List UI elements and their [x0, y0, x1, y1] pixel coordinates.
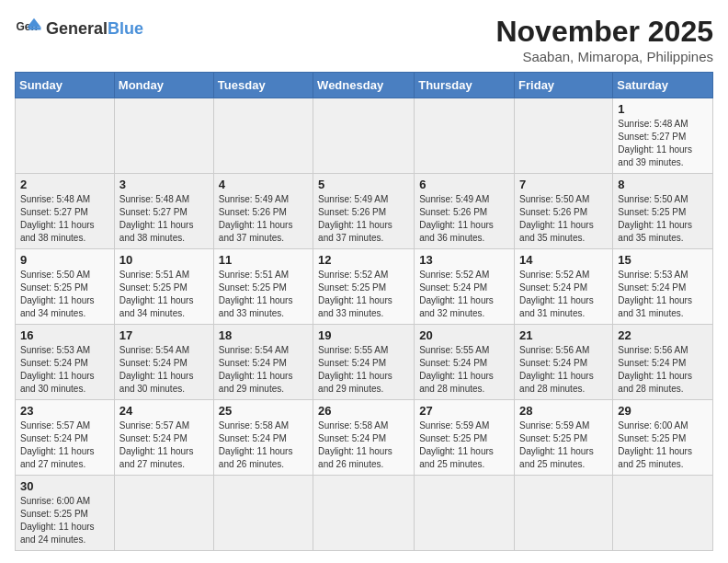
- day-info: Sunrise: 6:00 AM Sunset: 5:25 PM Dayligh…: [20, 495, 109, 546]
- day-number: 4: [219, 178, 308, 191]
- day-number: 15: [618, 253, 708, 267]
- calendar-cell: 12Sunrise: 5:52 AM Sunset: 5:25 PM Dayli…: [313, 249, 415, 325]
- location-subtitle: Saaban, Mimaropa, Philippines: [495, 49, 713, 64]
- day-info: Sunrise: 5:58 AM Sunset: 5:24 PM Dayligh…: [318, 419, 409, 471]
- day-info: Sunrise: 5:57 AM Sunset: 5:24 PM Dayligh…: [20, 419, 109, 471]
- day-number: 25: [219, 404, 308, 418]
- calendar-week-3: 9Sunrise: 5:50 AM Sunset: 5:25 PM Daylig…: [16, 249, 713, 325]
- day-number: 3: [119, 178, 209, 191]
- calendar-cell: [515, 476, 613, 551]
- day-number: 6: [419, 178, 509, 191]
- day-info: Sunrise: 5:53 AM Sunset: 5:24 PM Dayligh…: [20, 344, 109, 396]
- day-info: Sunrise: 5:50 AM Sunset: 5:25 PM Dayligh…: [20, 269, 109, 320]
- calendar-cell: 21Sunrise: 5:56 AM Sunset: 5:24 PM Dayli…: [515, 325, 613, 400]
- calendar-cell: 2Sunrise: 5:48 AM Sunset: 5:27 PM Daylig…: [16, 174, 115, 249]
- weekday-header-friday: Friday: [515, 73, 613, 98]
- day-number: 23: [20, 404, 109, 418]
- day-number: 13: [419, 253, 509, 267]
- calendar-cell: 13Sunrise: 5:52 AM Sunset: 5:24 PM Dayli…: [415, 249, 515, 325]
- weekday-row: SundayMondayTuesdayWednesdayThursdayFrid…: [16, 73, 713, 98]
- page-header: Gen GeneralBlue November 2025 Saaban, Mi…: [15, 15, 713, 64]
- logo-general-text: General: [46, 19, 108, 38]
- day-number: 12: [318, 253, 409, 267]
- day-number: 29: [618, 404, 708, 418]
- calendar-cell: 18Sunrise: 5:54 AM Sunset: 5:24 PM Dayli…: [213, 325, 313, 400]
- calendar-cell: [114, 98, 213, 174]
- logo: Gen GeneralBlue: [15, 15, 143, 42]
- calendar-cell: 8Sunrise: 5:50 AM Sunset: 5:25 PM Daylig…: [613, 174, 713, 249]
- day-number: 30: [20, 479, 109, 493]
- day-info: Sunrise: 5:54 AM Sunset: 5:24 PM Dayligh…: [119, 344, 209, 396]
- day-number: 7: [519, 178, 608, 191]
- day-number: 2: [20, 178, 109, 191]
- day-info: Sunrise: 5:56 AM Sunset: 5:24 PM Dayligh…: [618, 344, 708, 396]
- calendar-week-1: 1Sunrise: 5:48 AM Sunset: 5:27 PM Daylig…: [16, 98, 713, 174]
- day-info: Sunrise: 5:48 AM Sunset: 5:27 PM Dayligh…: [119, 193, 209, 245]
- calendar-header: SundayMondayTuesdayWednesdayThursdayFrid…: [16, 73, 713, 98]
- title-section: November 2025 Saaban, Mimaropa, Philippi…: [495, 15, 713, 64]
- weekday-header-tuesday: Tuesday: [213, 73, 313, 98]
- calendar-cell: 1Sunrise: 5:48 AM Sunset: 5:27 PM Daylig…: [613, 98, 713, 174]
- day-info: Sunrise: 5:59 AM Sunset: 5:25 PM Dayligh…: [419, 419, 509, 471]
- calendar-cell: 9Sunrise: 5:50 AM Sunset: 5:25 PM Daylig…: [16, 249, 115, 325]
- day-number: 24: [119, 404, 209, 418]
- day-number: 27: [419, 404, 509, 418]
- day-info: Sunrise: 6:00 AM Sunset: 5:25 PM Dayligh…: [618, 419, 708, 471]
- svg-rect-2: [28, 28, 41, 30]
- calendar-cell: [213, 476, 313, 551]
- calendar-cell: [515, 98, 613, 174]
- calendar-cell: 4Sunrise: 5:49 AM Sunset: 5:26 PM Daylig…: [213, 174, 313, 249]
- day-number: 26: [318, 404, 409, 418]
- calendar-cell: 14Sunrise: 5:52 AM Sunset: 5:24 PM Dayli…: [515, 249, 613, 325]
- day-info: Sunrise: 5:55 AM Sunset: 5:24 PM Dayligh…: [318, 344, 409, 396]
- day-number: 1: [618, 102, 708, 116]
- calendar-cell: 6Sunrise: 5:49 AM Sunset: 5:26 PM Daylig…: [415, 174, 515, 249]
- weekday-header-wednesday: Wednesday: [313, 73, 415, 98]
- day-info: Sunrise: 5:50 AM Sunset: 5:25 PM Dayligh…: [618, 193, 708, 245]
- calendar-cell: 28Sunrise: 5:59 AM Sunset: 5:25 PM Dayli…: [515, 400, 613, 476]
- calendar-cell: [313, 476, 415, 551]
- calendar-cell: 3Sunrise: 5:48 AM Sunset: 5:27 PM Daylig…: [114, 174, 213, 249]
- calendar-cell: [114, 476, 213, 551]
- day-number: 16: [20, 328, 109, 342]
- calendar-cell: 30Sunrise: 6:00 AM Sunset: 5:25 PM Dayli…: [16, 476, 115, 551]
- calendar-cell: [613, 476, 713, 551]
- day-info: Sunrise: 5:55 AM Sunset: 5:24 PM Dayligh…: [419, 344, 509, 396]
- calendar-cell: 22Sunrise: 5:56 AM Sunset: 5:24 PM Dayli…: [613, 325, 713, 400]
- calendar-table: SundayMondayTuesdayWednesdayThursdayFrid…: [15, 72, 713, 551]
- day-number: 19: [318, 328, 409, 342]
- day-info: Sunrise: 5:58 AM Sunset: 5:24 PM Dayligh…: [219, 419, 308, 471]
- day-number: 9: [20, 253, 109, 267]
- logo-icon: Gen: [15, 15, 42, 42]
- day-info: Sunrise: 5:51 AM Sunset: 5:25 PM Dayligh…: [119, 269, 209, 320]
- day-number: 18: [219, 328, 308, 342]
- day-info: Sunrise: 5:52 AM Sunset: 5:24 PM Dayligh…: [519, 269, 608, 320]
- calendar-week-4: 16Sunrise: 5:53 AM Sunset: 5:24 PM Dayli…: [16, 325, 713, 400]
- day-info: Sunrise: 5:49 AM Sunset: 5:26 PM Dayligh…: [219, 193, 308, 245]
- day-number: 5: [318, 178, 409, 191]
- calendar-cell: 5Sunrise: 5:49 AM Sunset: 5:26 PM Daylig…: [313, 174, 415, 249]
- calendar-cell: 26Sunrise: 5:58 AM Sunset: 5:24 PM Dayli…: [313, 400, 415, 476]
- calendar-cell: 16Sunrise: 5:53 AM Sunset: 5:24 PM Dayli…: [16, 325, 115, 400]
- calendar-cell: 27Sunrise: 5:59 AM Sunset: 5:25 PM Dayli…: [415, 400, 515, 476]
- calendar-cell: 10Sunrise: 5:51 AM Sunset: 5:25 PM Dayli…: [114, 249, 213, 325]
- weekday-header-monday: Monday: [114, 73, 213, 98]
- calendar-week-5: 23Sunrise: 5:57 AM Sunset: 5:24 PM Dayli…: [16, 400, 713, 476]
- weekday-header-thursday: Thursday: [415, 73, 515, 98]
- calendar-cell: 19Sunrise: 5:55 AM Sunset: 5:24 PM Dayli…: [313, 325, 415, 400]
- calendar-cell: 7Sunrise: 5:50 AM Sunset: 5:26 PM Daylig…: [515, 174, 613, 249]
- day-info: Sunrise: 5:52 AM Sunset: 5:24 PM Dayligh…: [419, 269, 509, 320]
- month-title: November 2025: [495, 15, 713, 49]
- calendar-week-2: 2Sunrise: 5:48 AM Sunset: 5:27 PM Daylig…: [16, 174, 713, 249]
- calendar-cell: 29Sunrise: 6:00 AM Sunset: 5:25 PM Dayli…: [613, 400, 713, 476]
- day-number: 14: [519, 253, 608, 267]
- logo-blue-text: Blue: [108, 19, 143, 38]
- calendar-cell: 11Sunrise: 5:51 AM Sunset: 5:25 PM Dayli…: [213, 249, 313, 325]
- day-number: 8: [618, 178, 708, 191]
- calendar-cell: [415, 98, 515, 174]
- day-number: 17: [119, 328, 209, 342]
- day-info: Sunrise: 5:48 AM Sunset: 5:27 PM Dayligh…: [20, 193, 109, 245]
- day-info: Sunrise: 5:56 AM Sunset: 5:24 PM Dayligh…: [519, 344, 608, 396]
- day-number: 21: [519, 328, 608, 342]
- day-number: 20: [419, 328, 509, 342]
